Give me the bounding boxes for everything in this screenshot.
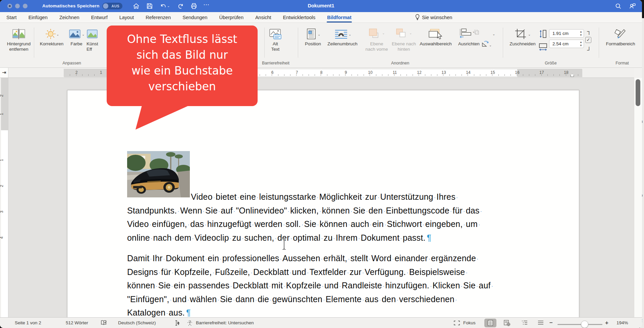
tab-stop-selector[interactable]: ⇥ [0,68,8,78]
send-backward-icon: ⌄ [395,28,413,40]
svg-text:⌄: ⌄ [528,33,531,36]
word-count[interactable]: 512 Wörter [66,320,88,325]
group-chevron-icon[interactable]: ⌄ [492,32,495,36]
zoom-in-button[interactable]: + [605,320,608,326]
tab-ansicht[interactable]: Ansicht [255,13,272,22]
document-text-line[interactable]: Damit·Ihr·Dokument·ein·professionelles·A… [127,251,479,266]
horizontal-ruler[interactable]: 216789101112131415161718 [8,68,634,78]
position-button[interactable]: ⌄ Position [301,28,325,47]
text-wrap-button[interactable]: ⌄ Zeilenumbruch [323,28,362,47]
ruler-mark: 11 [393,70,397,75]
draft-view-button[interactable] [535,319,547,327]
ruler-mark: 2 [0,185,4,187]
ruler-mark: 10 [368,70,372,75]
document-text-line[interactable]: Video·bietet·eine·leistungsstarke·Möglic… [191,190,459,204]
spellcheck-icon[interactable] [101,320,107,326]
lightbulb-icon [415,14,420,20]
search-icon[interactable] [614,2,622,10]
svg-text:⌄: ⌄ [472,30,475,33]
lock-aspect-checkbox[interactable]: ✓ [585,37,591,43]
document-text-line[interactable]: Katalogen·aus.¶ [127,306,191,317]
zoom-percentage[interactable]: 194% [616,320,628,325]
focus-label[interactable]: Fokus [463,320,476,325]
vertical-scrollbar[interactable] [634,78,642,317]
ruler-mark: 7 [296,70,298,75]
outline-view-button[interactable] [519,319,531,327]
text-select-icon[interactable] [174,320,180,326]
tab-einfügen[interactable]: Einfügen [28,13,48,22]
document-text-line[interactable]: Designs·für·Kopfzeile,·Fußzeile,·Deckbla… [127,265,468,279]
word-window: Automatisches Speichern AUS ⌄ ⋯ Do [0,0,642,328]
ribbon-tabs: StartEinfügenZeichnenEntwurfLayoutRefere… [6,12,352,23]
language-indicator[interactable]: Deutsch (Schweiz) [118,320,156,325]
tab-zeichnen[interactable]: Zeichnen [59,13,80,22]
share-user-icon[interactable] [629,2,636,10]
zoom-slider[interactable] [557,324,602,325]
print-layout-view-button[interactable] [484,319,496,327]
color-button[interactable]: ⌄ Farbe [66,28,87,47]
height-field[interactable]: 1.91 cm ▲▼ [549,29,584,38]
selection-pane-button[interactable]: Auswahlbereich [418,28,453,47]
tab-bildformat[interactable]: Bildformat [327,13,352,22]
alt-text-button[interactable]: AltText [267,28,284,52]
tab-entwicklertools[interactable]: Entwicklertools [283,13,316,22]
artistic-effects-icon [87,28,98,40]
web-layout-view-button[interactable] [501,319,513,327]
zoom-slider-knob[interactable] [581,321,588,328]
tab-referenzen[interactable]: Referenzen [145,13,171,22]
bring-forward-button: ⌄ Ebenenach vorne [362,28,391,52]
svg-text:⌄: ⌄ [56,33,58,36]
document-text-line[interactable]: Standpunkts.·Wenn·Sie·auf·"Onlinevideo"·… [127,204,483,218]
text-cursor [281,238,287,250]
tab-sendungen[interactable]: Sendungen [182,13,208,22]
crop-button[interactable]: ⌄ Zuschneiden [506,28,539,47]
sun-icon: ⌄ [45,28,58,40]
shape-height-icon [539,30,547,38]
tab-start[interactable]: Start [6,13,17,22]
document-text-line[interactable]: "Einfügen",·und·wählen·Sie·dann·die·gewü… [127,292,458,307]
ruler-mark: 18 [564,70,568,75]
vertical-ruler[interactable]: 211234 [0,78,8,317]
corner-bracket-bottom-icon: ┘ [587,47,591,54]
width-field[interactable]: 2.54 cm ▲▼ [549,40,584,48]
ruler-mark: 2 [75,70,78,75]
remove-background-icon [12,28,25,40]
zoom-out-button[interactable]: − [549,320,553,326]
document-canvas[interactable]: Video·bietet·eine·leistungsstarke·Möglic… [8,78,634,317]
ruler-mark: 14 [466,70,470,75]
page-indicator[interactable]: Seite 1 von 2 [15,320,41,325]
format-pane-button[interactable]: Formatbereich [604,28,637,47]
document-text-line[interactable]: Video·einfügen,·das·hinzugefügt·werden·s… [127,217,481,231]
ruler-mark: 8 [320,70,323,75]
tab-überprüfen[interactable]: Überprüfen [219,13,244,22]
accessibility-icon[interactable] [186,320,193,326]
focus-icon[interactable] [453,320,460,326]
ruler-mark: 13 [441,70,446,75]
text-wrap-icon: ⌄ [334,28,351,40]
scrollbar-thumb[interactable] [636,79,640,106]
tell-me-control[interactable]: Sie wünschen [415,14,452,20]
group-label-format: Format [615,61,629,65]
callout-text: Ohne Textfluss lässtsich das Bild nurwie… [110,31,254,94]
selection-pane-icon [428,28,443,40]
document-text-line[interactable]: online·nach·dem·Videoclip·zu·suchen,·der… [127,231,431,245]
document-title: Dokument1 [0,3,642,8]
tab-layout[interactable]: Layout [119,13,135,22]
rotate-icon[interactable]: ⌄ [482,40,491,48]
accessibility-status[interactable]: Barrierefreiheit: Untersuchen [196,320,254,325]
corner-bracket-top-icon: ┐ [587,28,591,35]
alt-text-icon [269,28,282,40]
format-pane-icon [614,28,627,40]
svg-text:⌄: ⌄ [318,33,320,36]
tab-entwurf[interactable]: Entwurf [91,13,108,22]
align-button[interactable]: ⌄ ⌄ Ausrichten [455,28,482,47]
ribbon: Hintergrundentfernen ⌄ Korrekturen ⌄ Far [0,23,642,68]
car-photo[interactable] [127,151,190,197]
height-stepper[interactable]: ▲▼ [580,30,582,37]
corrections-button[interactable]: ⌄ Korrekturen [36,28,68,47]
ruler-mark: 2 [0,95,4,97]
width-stepper[interactable]: ▲▼ [580,41,582,47]
document-text-line[interactable]: können·Sie·ein·passendes·Deckblatt·mit·K… [127,279,494,293]
image-color-icon: ⌄ [69,28,84,40]
remove-background-button[interactable]: Hintergrundentfernen [5,28,33,52]
